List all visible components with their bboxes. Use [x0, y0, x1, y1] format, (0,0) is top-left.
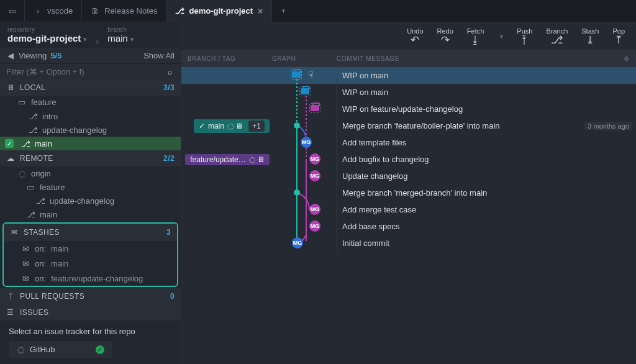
- tree-item-origin[interactable]: ◌ origin: [0, 166, 181, 180]
- tree-item-main[interactable]: ✓ ⎇ main: [0, 137, 181, 150]
- redo-button[interactable]: Redo↷: [437, 27, 453, 45]
- viewing-count: 5/5: [50, 51, 61, 60]
- branch-icon: ⎇: [21, 139, 30, 148]
- branch-name: main: [107, 33, 128, 43]
- commit-message: WIP on main: [342, 71, 388, 80]
- tab-folder[interactable]: ▭: [0, 0, 25, 22]
- commit-row[interactable]: WIP on main: [181, 84, 636, 101]
- github-icon: ◌: [16, 345, 25, 354]
- tree-label: update-changelog: [42, 125, 107, 135]
- tree-item-feature[interactable]: ▭ feature: [0, 96, 181, 109]
- branch-icon: ⎇: [29, 125, 37, 135]
- avatar: MG: [301, 137, 312, 148]
- close-icon[interactable]: ×: [258, 6, 263, 16]
- repo-name: demo-git-project: [7, 33, 81, 43]
- section-count: 3: [166, 228, 171, 237]
- stash-button[interactable]: Stash⤓: [581, 27, 599, 45]
- commit-age: 3 months ago: [584, 122, 632, 130]
- commit-row[interactable]: feature/update… ◌ 🖥 MG Add bugfix to cha…: [181, 151, 636, 168]
- tab-release-notes[interactable]: 🗎 Release Notes: [82, 0, 166, 22]
- stash-icon: ⤓: [586, 35, 594, 45]
- filter-row: ⌕: [0, 63, 181, 80]
- undo-icon: ↶: [411, 35, 419, 45]
- section-remote[interactable]: ☁ REMOTE 2/2: [0, 150, 181, 166]
- section-count: 3/3: [163, 83, 175, 92]
- viewing-label: Viewing: [19, 51, 47, 60]
- commit-pane: Undo↶ Redo↷ Fetch⭳ ▾ Push⭱ Branch⎇ Stash…: [181, 22, 636, 364]
- fetch-button[interactable]: Fetch⭳: [467, 27, 484, 45]
- section-local[interactable]: 🖥 LOCAL 3/3: [0, 80, 181, 96]
- chevron-down-icon: ▾: [83, 35, 87, 43]
- branch-icon: ⎇: [36, 196, 45, 206]
- branch-button[interactable]: Branch⎇: [546, 27, 568, 45]
- folder-icon: ▭: [9, 6, 16, 16]
- branch-selector[interactable]: branch main▾: [107, 26, 134, 43]
- checkbox-icon: ✓: [5, 139, 14, 148]
- gear-icon[interactable]: ⚙: [624, 55, 630, 62]
- stash-on: on:: [35, 259, 46, 268]
- push-button[interactable]: Push⭱: [517, 27, 532, 45]
- laptop-icon: 🖥: [6, 83, 15, 92]
- repo-selector[interactable]: repository demo-git-project▾: [7, 26, 87, 43]
- section-stashes[interactable]: ✉ STASHES 3: [4, 224, 177, 241]
- commit-row[interactable]: WIP on feature/update-changelog: [181, 101, 636, 117]
- stash-item[interactable]: ✉ on: main: [4, 241, 177, 256]
- section-issues[interactable]: ☰ ISSUES: [0, 304, 181, 321]
- commit-message: WIP on main: [342, 88, 388, 97]
- avatar: MG: [292, 237, 303, 248]
- cloud-icon: ☁: [6, 154, 15, 163]
- commit-row[interactable]: MG Add base specs: [181, 218, 636, 235]
- tab-vscode[interactable]: › vscode: [25, 0, 82, 22]
- branch-pill-main[interactable]: ✓ main ◌ 🖥+1: [194, 119, 270, 133]
- avatar: MG: [309, 204, 320, 215]
- search-icon[interactable]: ⌕: [166, 67, 175, 76]
- commit-row[interactable]: ✓ main ◌ 🖥+1 Merge branch 'feature/boile…: [181, 117, 636, 134]
- tree-label: feature: [31, 98, 56, 107]
- folder-icon: ▭: [17, 98, 26, 107]
- check-icon: ✓: [96, 345, 104, 354]
- tree-item-remote-feature[interactable]: ▭ feature: [0, 180, 181, 194]
- tree-item-update-changelog[interactable]: ⎇ update-changelog: [0, 123, 181, 137]
- inbox-icon: ✉: [10, 228, 19, 237]
- filter-input[interactable]: [6, 67, 166, 76]
- sidebar: repository demo-git-project▾ › branch ma…: [0, 22, 181, 364]
- tab-project[interactable]: ⎇ demo-git-project ×: [166, 0, 272, 22]
- tab-label: demo-git-project: [189, 6, 253, 16]
- stashes-highlight: ✉ STASHES 3 ✉ on: main ✉ on: main ✉ on: …: [2, 222, 178, 287]
- commit-row[interactable]: MG Add template files: [181, 134, 636, 151]
- chevron-down-icon[interactable]: ▾: [500, 33, 503, 40]
- commit-row[interactable]: MG Update changelog: [181, 168, 636, 184]
- new-tab-button[interactable]: +: [272, 6, 294, 16]
- tree-label: main: [35, 139, 52, 148]
- tree-item-remote-update-changelog[interactable]: ⎇ update-changelog: [0, 194, 181, 207]
- commit-row[interactable]: MG Initial commit: [181, 235, 636, 252]
- issue-tracker-block: Select an issue tracker for this repo ◌ …: [0, 321, 181, 364]
- section-pull-requests[interactable]: ᛘ PULL REQUESTS 0: [0, 288, 181, 304]
- commit-message: Merge branch 'merged-branch' into main: [342, 188, 487, 198]
- stash-item[interactable]: ✉ on: feature/update-changelog: [4, 271, 177, 286]
- commit-row[interactable]: Merge branch 'merged-branch' into main: [181, 184, 636, 201]
- col-branch: BRANCH / TAG: [181, 55, 272, 62]
- tab-bar: ▭ › vscode 🗎 Release Notes ⎇ demo-git-pr…: [0, 0, 636, 22]
- commit-row[interactable]: ☟ WIP on main: [181, 67, 636, 84]
- tree-label: main: [40, 210, 57, 219]
- stash-item[interactable]: ✉ on: main: [4, 256, 177, 271]
- branch-pill-feature[interactable]: feature/update… ◌ 🖥: [185, 154, 270, 165]
- inbox-icon: ✉: [21, 259, 30, 268]
- section-count: 2/2: [163, 154, 175, 163]
- tree-item-remote-main[interactable]: ⎇ main: [0, 207, 181, 221]
- commit-row[interactable]: MG Add merge test case: [181, 201, 636, 218]
- repo-header: repository demo-git-project▾ › branch ma…: [0, 22, 181, 48]
- pop-button[interactable]: Pop⤒: [612, 27, 625, 45]
- tree-item-intro[interactable]: ⎇ intro: [0, 109, 181, 123]
- back-icon[interactable]: ◀: [6, 51, 15, 60]
- github-label: GitHub: [30, 345, 55, 354]
- download-icon: ⭳: [470, 35, 481, 45]
- github-tracker-button[interactable]: ◌ GitHub ✓: [9, 341, 112, 358]
- undo-button[interactable]: Undo↶: [407, 27, 423, 45]
- show-all-button[interactable]: Show All: [143, 51, 175, 60]
- tree-label: update-changelog: [50, 196, 114, 206]
- stash-on: on:: [35, 274, 46, 283]
- section-title: LOCAL: [20, 83, 45, 92]
- commit-message: Update changelog: [342, 171, 408, 181]
